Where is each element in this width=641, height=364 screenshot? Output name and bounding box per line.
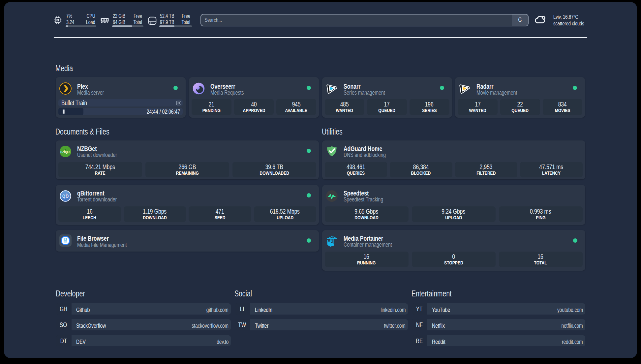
svg-text:nzbget: nzbget	[60, 150, 71, 153]
svg-text:qb: qb	[62, 193, 69, 199]
